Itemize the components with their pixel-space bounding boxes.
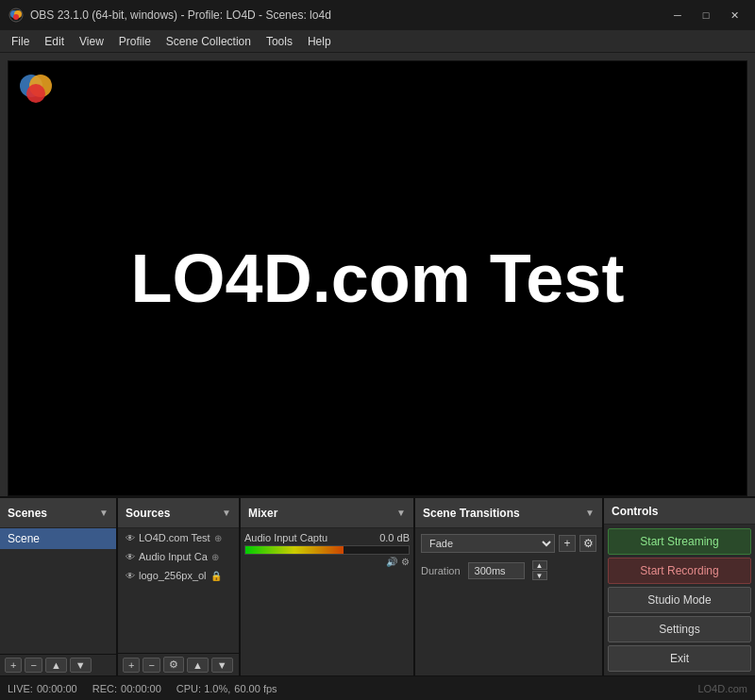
maximize-button[interactable]: □	[693, 6, 719, 25]
transitions-title: Scene Transitions	[423, 507, 520, 520]
source-label: Audio Input Ca	[139, 551, 208, 562]
scenes-remove-button[interactable]: −	[25, 658, 42, 673]
transitions-panel: Scene Transitions ▼ Fade Cut Swipe Slide…	[415, 498, 604, 675]
mixer-db-value: 0.0 dB	[379, 532, 410, 543]
duration-up-button[interactable]: ▲	[532, 560, 547, 570]
cpu-label: CPU: 1.0%,	[176, 683, 230, 694]
cpu-status: CPU: 1.0%, 60.00 fps	[176, 683, 277, 694]
eye-icon: 👁	[126, 571, 135, 581]
svg-point-4	[13, 14, 19, 20]
controls-panel: Controls Start Streaming Start Recording…	[604, 498, 755, 675]
scenes-add-button[interactable]: +	[5, 658, 22, 673]
preview-obs-logo	[18, 71, 54, 107]
scenes-footer: + − ▲ ▼	[0, 654, 116, 675]
mixer-title: Mixer	[248, 507, 277, 520]
menu-view[interactable]: View	[72, 33, 111, 50]
sources-header: Sources ▼	[118, 498, 239, 528]
scene-item[interactable]: Scene	[0, 528, 116, 549]
rec-status: REC: 00:00:00	[92, 683, 161, 694]
rec-label: REC:	[92, 683, 117, 694]
window-controls: ─ □ ✕	[664, 6, 747, 25]
live-time: 00:00:00	[37, 683, 77, 694]
menu-scene-collection[interactable]: Scene Collection	[159, 33, 259, 50]
controls-header: Controls	[604, 498, 755, 525]
mixer-arrow: ▼	[396, 508, 406, 518]
transition-add-button[interactable]: +	[559, 535, 576, 552]
source-label: LO4D.com Test	[139, 532, 210, 543]
live-status: LIVE: 00:00:00	[8, 683, 77, 694]
title-bar: OBS 23.1.0 (64-bit, windows) - Profile: …	[0, 0, 755, 30]
source-label: logo_256px_ol	[139, 570, 207, 581]
source-item[interactable]: 👁 Audio Input Ca ⊕	[118, 547, 239, 566]
start-streaming-button[interactable]: Start Streaming	[608, 528, 751, 555]
duration-input[interactable]	[468, 562, 525, 579]
source-list[interactable]: 👁 LO4D.com Test ⊕ 👁 Audio Input Ca ⊕ 👁 l…	[118, 528, 239, 653]
menu-tools[interactable]: Tools	[259, 33, 300, 50]
scenes-title: Scenes	[8, 507, 47, 520]
transition-settings-button[interactable]: ⚙	[579, 535, 596, 552]
preview-area: LO4D.com Test	[8, 60, 747, 496]
mixer-item: Audio Input Captu 0.0 dB 🔊 ⚙	[244, 532, 410, 567]
sources-arrow: ▼	[222, 508, 231, 518]
eye-icon: 👁	[126, 533, 135, 543]
mixer-mute-icon[interactable]: 🔊	[386, 557, 397, 567]
scenes-panel: Scenes ▼ Scene + − ▲ ▼	[0, 498, 118, 675]
sources-title: Sources	[126, 507, 170, 520]
scenes-arrow: ▼	[99, 508, 109, 518]
start-recording-button[interactable]: Start Recording	[608, 558, 751, 584]
window-title: OBS 23.1.0 (64-bit, windows) - Profile: …	[30, 8, 664, 22]
controls-title: Controls	[612, 505, 658, 518]
obs-icon	[8, 7, 25, 24]
scenes-up-button[interactable]: ▲	[45, 658, 67, 673]
duration-down-button[interactable]: ▼	[532, 571, 547, 580]
svg-point-7	[26, 84, 45, 103]
rec-time: 00:00:00	[121, 683, 161, 694]
source-extra: ⊕	[211, 552, 219, 562]
sources-footer: + − ⚙ ▲ ▼	[118, 653, 239, 675]
mixer-panel: Mixer ▼ Audio Input Captu 0.0 dB 🔊 ⚙	[241, 498, 415, 675]
sources-settings-button[interactable]: ⚙	[163, 657, 184, 673]
menu-edit[interactable]: Edit	[37, 33, 72, 50]
source-item[interactable]: 👁 logo_256px_ol 🔒	[118, 566, 239, 585]
scene-list[interactable]: Scene	[0, 528, 116, 654]
live-label: LIVE:	[8, 683, 33, 694]
transitions-arrow: ▼	[585, 508, 595, 518]
transitions-header: Scene Transitions ▼	[415, 498, 602, 528]
sources-down-button[interactable]: ▼	[211, 658, 233, 673]
sources-add-button[interactable]: +	[123, 658, 140, 673]
sources-panel: Sources ▼ 👁 LO4D.com Test ⊕ 👁 Audio Inpu…	[118, 498, 241, 675]
fps-value: 60.00 fps	[234, 683, 277, 694]
settings-button[interactable]: Settings	[608, 616, 751, 642]
mixer-level-fill	[245, 546, 344, 554]
scenes-header: Scenes ▼	[0, 498, 116, 528]
menu-profile[interactable]: Profile	[111, 33, 159, 50]
scenes-down-button[interactable]: ▼	[70, 658, 92, 673]
close-button[interactable]: ✕	[721, 6, 747, 25]
status-bar: LIVE: 00:00:00 REC: 00:00:00 CPU: 1.0%, …	[0, 675, 755, 700]
controls-content: Start Streaming Start Recording Studio M…	[604, 525, 755, 675]
menu-help[interactable]: Help	[300, 33, 339, 50]
eye-icon: 👁	[126, 552, 135, 562]
watermark-text: LO4D.com	[697, 683, 747, 694]
mixer-gear-icon[interactable]: ⚙	[401, 557, 410, 567]
sources-up-button[interactable]: ▲	[187, 658, 209, 673]
menu-file[interactable]: File	[4, 33, 37, 50]
minimize-button[interactable]: ─	[664, 6, 691, 25]
source-item[interactable]: 👁 LO4D.com Test ⊕	[118, 528, 239, 547]
studio-mode-button[interactable]: Studio Mode	[608, 587, 751, 613]
preview-watermark: LO4D.com Test	[131, 240, 625, 317]
transitions-content: Fade Cut Swipe Slide + ⚙ Duration ▲ ▼	[415, 528, 602, 675]
mixer-track-label: Audio Input Captu	[244, 532, 327, 543]
menu-bar: File Edit View Profile Scene Collection …	[0, 30, 755, 53]
mixer-content: Audio Input Captu 0.0 dB 🔊 ⚙	[241, 528, 413, 675]
sources-remove-button[interactable]: −	[143, 658, 159, 673]
mixer-level-bar	[244, 545, 410, 555]
duration-label: Duration	[421, 565, 461, 576]
source-extra: ⊕	[214, 533, 222, 543]
lock-icon: 🔒	[210, 571, 222, 581]
mixer-header: Mixer ▼	[241, 498, 413, 528]
exit-button[interactable]: Exit	[608, 645, 751, 672]
bottom-panel: Scenes ▼ Scene + − ▲ ▼ Sources ▼ 👁 LO4D.…	[0, 496, 755, 675]
transition-type-select[interactable]: Fade Cut Swipe Slide	[421, 534, 555, 553]
